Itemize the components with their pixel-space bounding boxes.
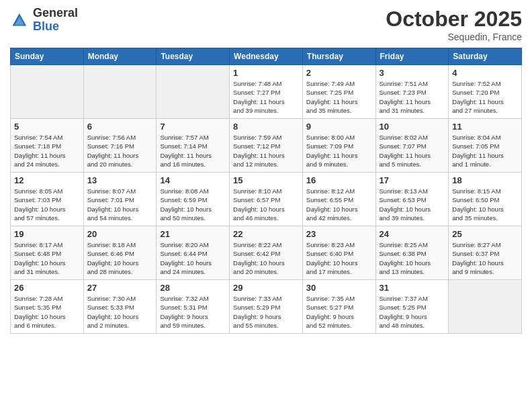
calendar-cell [449,280,522,334]
calendar-cell: 26Sunrise: 7:28 AM Sunset: 5:35 PM Dayli… [11,280,84,334]
calendar-cell: 15Sunrise: 8:10 AM Sunset: 6:57 PM Dayli… [230,173,303,226]
header: General Blue October 2025 Sequedin, Fran… [10,7,522,42]
day-number: 11 [452,122,518,132]
day-info: Sunrise: 7:33 AM Sunset: 5:29 PM Dayligh… [233,294,299,330]
day-info: Sunrise: 7:56 AM Sunset: 7:16 PM Dayligh… [87,133,153,169]
calendar-cell: 4Sunrise: 7:52 AM Sunset: 7:20 PM Daylig… [449,65,522,119]
col-saturday: Saturday [449,48,522,65]
day-number: 17 [380,175,445,185]
calendar-cell: 19Sunrise: 8:17 AM Sunset: 6:48 PM Dayli… [11,226,84,280]
day-number: 18 [452,175,518,185]
day-info: Sunrise: 8:18 AM Sunset: 6:46 PM Dayligh… [87,240,153,276]
day-info: Sunrise: 7:54 AM Sunset: 7:18 PM Dayligh… [14,133,80,169]
logo-icon [10,11,29,30]
day-info: Sunrise: 7:35 AM Sunset: 5:27 PM Dayligh… [306,294,372,330]
day-info: Sunrise: 8:07 AM Sunset: 7:01 PM Dayligh… [87,187,153,222]
calendar-cell: 8Sunrise: 7:59 AM Sunset: 7:12 PM Daylig… [230,119,303,173]
calendar-cell: 10Sunrise: 8:02 AM Sunset: 7:07 PM Dayli… [375,119,449,173]
calendar-cell: 25Sunrise: 8:27 AM Sunset: 6:37 PM Dayli… [449,226,522,280]
calendar-week-4: 19Sunrise: 8:17 AM Sunset: 6:48 PM Dayli… [11,226,522,280]
calendar-table: Sunday Monday Tuesday Wednesday Thursday… [10,48,522,334]
day-number: 6 [87,122,153,132]
calendar-body: 1Sunrise: 7:48 AM Sunset: 7:27 PM Daylig… [11,65,522,334]
day-number: 9 [306,122,372,132]
day-info: Sunrise: 7:59 AM Sunset: 7:12 PM Dayligh… [233,133,299,169]
day-info: Sunrise: 8:02 AM Sunset: 7:07 PM Dayligh… [380,133,445,169]
calendar-cell: 9Sunrise: 8:00 AM Sunset: 7:09 PM Daylig… [302,119,375,173]
calendar-cell: 27Sunrise: 7:30 AM Sunset: 5:33 PM Dayli… [83,280,157,334]
day-info: Sunrise: 8:04 AM Sunset: 7:05 PM Dayligh… [452,133,518,169]
day-number: 21 [160,229,226,239]
calendar-week-3: 12Sunrise: 8:05 AM Sunset: 7:03 PM Dayli… [11,173,522,226]
day-info: Sunrise: 8:23 AM Sunset: 6:40 PM Dayligh… [306,240,372,276]
day-info: Sunrise: 7:52 AM Sunset: 7:20 PM Dayligh… [452,79,518,115]
day-info: Sunrise: 7:28 AM Sunset: 5:35 PM Dayligh… [14,294,80,330]
calendar-cell: 29Sunrise: 7:33 AM Sunset: 5:29 PM Dayli… [230,280,303,334]
day-number: 13 [87,175,153,185]
calendar-cell: 5Sunrise: 7:54 AM Sunset: 7:18 PM Daylig… [11,119,84,173]
logo: General Blue [10,7,78,34]
day-info: Sunrise: 8:12 AM Sunset: 6:55 PM Dayligh… [306,187,372,222]
day-number: 27 [87,283,153,293]
header-row: Sunday Monday Tuesday Wednesday Thursday… [11,48,522,65]
calendar-week-2: 5Sunrise: 7:54 AM Sunset: 7:18 PM Daylig… [11,119,522,173]
day-number: 12 [14,175,80,185]
calendar-cell: 28Sunrise: 7:32 AM Sunset: 5:31 PM Dayli… [157,280,230,334]
day-number: 28 [160,283,226,293]
day-number: 4 [452,68,518,78]
day-number: 15 [233,175,299,185]
day-info: Sunrise: 7:48 AM Sunset: 7:27 PM Dayligh… [233,79,299,115]
day-info: Sunrise: 7:57 AM Sunset: 7:14 PM Dayligh… [160,133,226,169]
calendar-cell: 6Sunrise: 7:56 AM Sunset: 7:16 PM Daylig… [83,119,157,173]
logo-text: General Blue [33,7,78,34]
calendar-week-5: 26Sunrise: 7:28 AM Sunset: 5:35 PM Dayli… [11,280,522,334]
day-number: 2 [306,68,372,78]
calendar-cell [83,65,157,119]
col-friday: Friday [375,48,449,65]
calendar-header: Sunday Monday Tuesday Wednesday Thursday… [11,48,522,65]
day-number: 16 [306,175,372,185]
month-title: October 2025 [386,7,522,32]
day-number: 31 [380,283,445,293]
day-info: Sunrise: 8:00 AM Sunset: 7:09 PM Dayligh… [306,133,372,169]
day-number: 20 [87,229,153,239]
logo-blue: Blue [33,20,78,34]
logo-general: General [33,7,78,20]
calendar-cell [157,65,230,119]
calendar-cell: 18Sunrise: 8:15 AM Sunset: 6:50 PM Dayli… [449,173,522,226]
day-number: 29 [233,283,299,293]
day-number: 22 [233,229,299,239]
calendar-cell [11,65,84,119]
day-info: Sunrise: 8:27 AM Sunset: 6:37 PM Dayligh… [452,240,518,276]
calendar-cell: 24Sunrise: 8:25 AM Sunset: 6:38 PM Dayli… [375,226,449,280]
calendar-cell: 12Sunrise: 8:05 AM Sunset: 7:03 PM Dayli… [11,173,84,226]
calendar-cell: 17Sunrise: 8:13 AM Sunset: 6:53 PM Dayli… [375,173,449,226]
day-info: Sunrise: 8:10 AM Sunset: 6:57 PM Dayligh… [233,187,299,222]
day-info: Sunrise: 7:32 AM Sunset: 5:31 PM Dayligh… [160,294,226,330]
calendar-cell: 14Sunrise: 8:08 AM Sunset: 6:59 PM Dayli… [157,173,230,226]
calendar-cell: 31Sunrise: 7:37 AM Sunset: 5:25 PM Dayli… [375,280,449,334]
day-info: Sunrise: 8:17 AM Sunset: 6:48 PM Dayligh… [14,240,80,276]
day-number: 30 [306,283,372,293]
calendar-cell: 3Sunrise: 7:51 AM Sunset: 7:23 PM Daylig… [375,65,449,119]
day-info: Sunrise: 8:08 AM Sunset: 6:59 PM Dayligh… [160,187,226,222]
calendar-cell: 22Sunrise: 8:22 AM Sunset: 6:42 PM Dayli… [230,226,303,280]
calendar-cell: 16Sunrise: 8:12 AM Sunset: 6:55 PM Dayli… [302,173,375,226]
day-number: 19 [14,229,80,239]
calendar-cell: 30Sunrise: 7:35 AM Sunset: 5:27 PM Dayli… [302,280,375,334]
day-info: Sunrise: 8:13 AM Sunset: 6:53 PM Dayligh… [380,187,445,222]
main-container: General Blue October 2025 Sequedin, Fran… [0,0,532,340]
calendar-cell: 7Sunrise: 7:57 AM Sunset: 7:14 PM Daylig… [157,119,230,173]
day-info: Sunrise: 7:37 AM Sunset: 5:25 PM Dayligh… [380,294,445,330]
day-number: 1 [233,68,299,78]
day-info: Sunrise: 8:05 AM Sunset: 7:03 PM Dayligh… [14,187,80,222]
day-number: 25 [452,229,518,239]
calendar-cell: 23Sunrise: 8:23 AM Sunset: 6:40 PM Dayli… [302,226,375,280]
day-info: Sunrise: 8:20 AM Sunset: 6:44 PM Dayligh… [160,240,226,276]
calendar-cell: 21Sunrise: 8:20 AM Sunset: 6:44 PM Dayli… [157,226,230,280]
day-info: Sunrise: 7:30 AM Sunset: 5:33 PM Dayligh… [87,294,153,330]
day-number: 5 [14,122,80,132]
day-number: 10 [380,122,445,132]
calendar-week-1: 1Sunrise: 7:48 AM Sunset: 7:27 PM Daylig… [11,65,522,119]
col-sunday: Sunday [11,48,84,65]
